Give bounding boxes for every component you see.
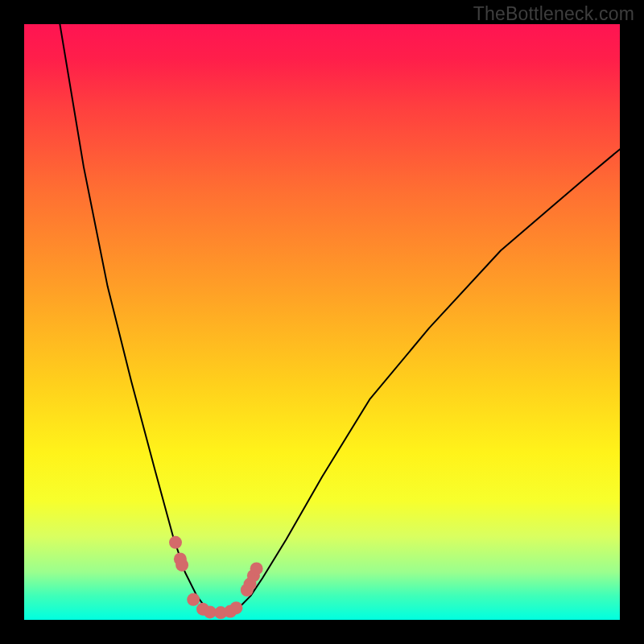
plot-area: [24, 24, 620, 620]
svg-point-3: [187, 593, 200, 606]
curve-layer: [24, 24, 620, 620]
curve-markers: [169, 536, 263, 619]
watermark-text: TheBottleneck.com: [473, 3, 634, 25]
svg-point-2: [175, 559, 188, 572]
bottleneck-curve: [60, 24, 620, 614]
svg-point-0: [169, 536, 182, 549]
chart-frame: TheBottleneck.com: [0, 0, 644, 644]
svg-point-12: [250, 562, 263, 575]
svg-point-8: [229, 601, 242, 614]
